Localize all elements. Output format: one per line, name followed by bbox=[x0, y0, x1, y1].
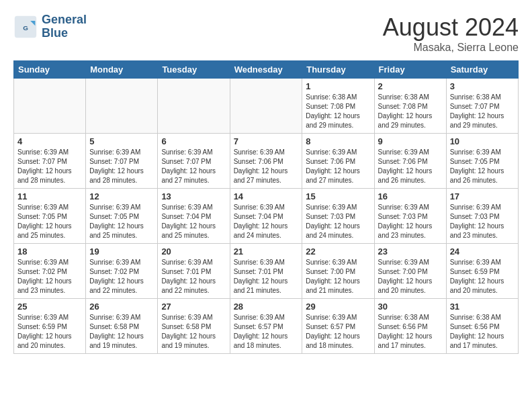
logo-text: General Blue bbox=[42, 13, 87, 40]
day-info: Sunrise: 6:39 AMSunset: 7:05 PMDaylight:… bbox=[450, 148, 515, 185]
day-number: 26 bbox=[89, 302, 154, 312]
day-number: 4 bbox=[17, 136, 82, 146]
day-number: 6 bbox=[161, 136, 226, 146]
day-info: Sunrise: 6:39 AMSunset: 7:02 PMDaylight:… bbox=[17, 258, 82, 295]
calendar-cell: 11Sunrise: 6:39 AMSunset: 7:05 PMDayligh… bbox=[14, 189, 86, 244]
day-info: Sunrise: 6:39 AMSunset: 7:00 PMDaylight:… bbox=[378, 258, 443, 295]
calendar-cell: 19Sunrise: 6:39 AMSunset: 7:02 PMDayligh… bbox=[86, 244, 158, 299]
calendar-cell bbox=[86, 79, 158, 134]
day-number: 7 bbox=[234, 136, 299, 146]
day-info: Sunrise: 6:39 AMSunset: 6:59 PMDaylight:… bbox=[17, 313, 82, 351]
month-title: August 2024 bbox=[383, 13, 519, 42]
day-info: Sunrise: 6:39 AMSunset: 7:05 PMDaylight:… bbox=[89, 203, 154, 240]
day-info: Sunrise: 6:39 AMSunset: 6:58 PMDaylight:… bbox=[161, 313, 226, 351]
day-info: Sunrise: 6:38 AMSunset: 7:08 PMDaylight:… bbox=[306, 93, 370, 130]
weekday-header-tuesday: Tuesday bbox=[158, 61, 230, 79]
day-info: Sunrise: 6:39 AMSunset: 7:03 PMDaylight:… bbox=[378, 203, 443, 240]
week-row-4: 25Sunrise: 6:39 AMSunset: 6:59 PMDayligh… bbox=[14, 299, 519, 354]
calendar-cell bbox=[14, 79, 86, 134]
weekday-header-friday: Friday bbox=[374, 61, 446, 79]
day-number: 14 bbox=[234, 191, 299, 201]
calendar-cell: 12Sunrise: 6:39 AMSunset: 7:05 PMDayligh… bbox=[86, 189, 158, 244]
day-info: Sunrise: 6:39 AMSunset: 6:57 PMDaylight:… bbox=[306, 313, 370, 351]
calendar-cell: 27Sunrise: 6:39 AMSunset: 6:58 PMDayligh… bbox=[158, 299, 230, 354]
day-info: Sunrise: 6:39 AMSunset: 6:57 PMDaylight:… bbox=[234, 313, 299, 351]
calendar-cell bbox=[230, 79, 302, 134]
day-number: 11 bbox=[17, 191, 82, 201]
calendar-cell: 13Sunrise: 6:39 AMSunset: 7:04 PMDayligh… bbox=[158, 189, 230, 244]
day-number: 29 bbox=[306, 302, 370, 312]
week-row-3: 18Sunrise: 6:39 AMSunset: 7:02 PMDayligh… bbox=[14, 244, 519, 299]
day-info: Sunrise: 6:39 AMSunset: 7:04 PMDaylight:… bbox=[234, 203, 299, 240]
calendar-cell: 24Sunrise: 6:39 AMSunset: 6:59 PMDayligh… bbox=[446, 244, 518, 299]
calendar-table: SundayMondayTuesdayWednesdayThursdayFrid… bbox=[13, 60, 519, 354]
weekday-header-wednesday: Wednesday bbox=[230, 61, 302, 79]
day-number: 19 bbox=[89, 246, 154, 257]
day-number: 21 bbox=[234, 246, 299, 257]
calendar-cell: 23Sunrise: 6:39 AMSunset: 7:00 PMDayligh… bbox=[374, 244, 446, 299]
day-info: Sunrise: 6:39 AMSunset: 7:01 PMDaylight:… bbox=[234, 258, 299, 295]
week-row-0: 1Sunrise: 6:38 AMSunset: 7:08 PMDaylight… bbox=[14, 79, 519, 134]
day-number: 12 bbox=[89, 191, 154, 201]
calendar-cell: 4Sunrise: 6:39 AMSunset: 7:07 PMDaylight… bbox=[14, 134, 86, 189]
day-number: 8 bbox=[306, 136, 370, 146]
calendar-cell: 29Sunrise: 6:39 AMSunset: 6:57 PMDayligh… bbox=[302, 299, 374, 354]
day-info: Sunrise: 6:39 AMSunset: 7:05 PMDaylight:… bbox=[17, 203, 82, 240]
day-info: Sunrise: 6:39 AMSunset: 7:04 PMDaylight:… bbox=[161, 203, 226, 240]
day-number: 23 bbox=[378, 246, 443, 257]
day-number: 15 bbox=[306, 191, 370, 201]
calendar-cell: 15Sunrise: 6:39 AMSunset: 7:03 PMDayligh… bbox=[302, 189, 374, 244]
day-info: Sunrise: 6:39 AMSunset: 7:03 PMDaylight:… bbox=[450, 203, 515, 240]
location: Masaka, Sierra Leone bbox=[383, 42, 519, 54]
weekday-header-sunday: Sunday bbox=[14, 61, 86, 79]
weekday-header-row: SundayMondayTuesdayWednesdayThursdayFrid… bbox=[14, 61, 519, 79]
day-number: 31 bbox=[450, 302, 515, 312]
calendar-cell: 6Sunrise: 6:39 AMSunset: 7:07 PMDaylight… bbox=[158, 134, 230, 189]
weekday-header-monday: Monday bbox=[86, 61, 158, 79]
day-number: 30 bbox=[378, 302, 443, 312]
day-number: 1 bbox=[306, 81, 370, 91]
calendar-cell: 16Sunrise: 6:39 AMSunset: 7:03 PMDayligh… bbox=[374, 189, 446, 244]
calendar-cell: 9Sunrise: 6:39 AMSunset: 7:06 PMDaylight… bbox=[374, 134, 446, 189]
day-number: 27 bbox=[161, 302, 226, 312]
calendar-cell: 8Sunrise: 6:39 AMSunset: 7:06 PMDaylight… bbox=[302, 134, 374, 189]
calendar-cell: 26Sunrise: 6:39 AMSunset: 6:58 PMDayligh… bbox=[86, 299, 158, 354]
day-number: 9 bbox=[378, 136, 443, 146]
calendar-cell: 14Sunrise: 6:39 AMSunset: 7:04 PMDayligh… bbox=[230, 189, 302, 244]
day-info: Sunrise: 6:39 AMSunset: 7:06 PMDaylight:… bbox=[306, 148, 370, 185]
day-info: Sunrise: 6:39 AMSunset: 7:07 PMDaylight:… bbox=[89, 148, 154, 185]
day-info: Sunrise: 6:39 AMSunset: 6:58 PMDaylight:… bbox=[89, 313, 154, 351]
day-info: Sunrise: 6:39 AMSunset: 7:03 PMDaylight:… bbox=[306, 203, 370, 240]
calendar-cell: 10Sunrise: 6:39 AMSunset: 7:05 PMDayligh… bbox=[446, 134, 518, 189]
day-info: Sunrise: 6:39 AMSunset: 7:02 PMDaylight:… bbox=[89, 258, 154, 295]
day-number: 2 bbox=[378, 81, 443, 91]
weekday-header-saturday: Saturday bbox=[446, 61, 518, 79]
day-info: Sunrise: 6:39 AMSunset: 7:06 PMDaylight:… bbox=[378, 148, 443, 185]
day-number: 3 bbox=[450, 81, 515, 91]
day-info: Sunrise: 6:39 AMSunset: 7:01 PMDaylight:… bbox=[161, 258, 226, 295]
calendar-cell: 5Sunrise: 6:39 AMSunset: 7:07 PMDaylight… bbox=[86, 134, 158, 189]
day-number: 5 bbox=[89, 136, 154, 146]
calendar-cell: 18Sunrise: 6:39 AMSunset: 7:02 PMDayligh… bbox=[14, 244, 86, 299]
calendar-cell: 28Sunrise: 6:39 AMSunset: 6:57 PMDayligh… bbox=[230, 299, 302, 354]
calendar-cell: 25Sunrise: 6:39 AMSunset: 6:59 PMDayligh… bbox=[14, 299, 86, 354]
logo: G General Blue bbox=[13, 13, 87, 40]
weekday-header-thursday: Thursday bbox=[302, 61, 374, 79]
week-row-2: 11Sunrise: 6:39 AMSunset: 7:05 PMDayligh… bbox=[14, 189, 519, 244]
week-row-1: 4Sunrise: 6:39 AMSunset: 7:07 PMDaylight… bbox=[14, 134, 519, 189]
day-info: Sunrise: 6:38 AMSunset: 7:07 PMDaylight:… bbox=[450, 93, 515, 130]
day-info: Sunrise: 6:39 AMSunset: 6:59 PMDaylight:… bbox=[450, 258, 515, 295]
day-number: 16 bbox=[378, 191, 443, 201]
day-number: 13 bbox=[161, 191, 226, 201]
day-number: 18 bbox=[17, 246, 82, 257]
day-number: 20 bbox=[161, 246, 226, 257]
day-number: 28 bbox=[234, 302, 299, 312]
day-info: Sunrise: 6:39 AMSunset: 7:07 PMDaylight:… bbox=[17, 148, 82, 185]
day-number: 25 bbox=[17, 302, 82, 312]
day-info: Sunrise: 6:39 AMSunset: 7:00 PMDaylight:… bbox=[306, 258, 370, 295]
day-number: 22 bbox=[306, 246, 370, 257]
calendar-cell bbox=[158, 79, 230, 134]
logo-icon: G bbox=[13, 15, 38, 39]
day-info: Sunrise: 6:39 AMSunset: 7:07 PMDaylight:… bbox=[161, 148, 226, 185]
calendar-cell: 30Sunrise: 6:38 AMSunset: 6:56 PMDayligh… bbox=[374, 299, 446, 354]
